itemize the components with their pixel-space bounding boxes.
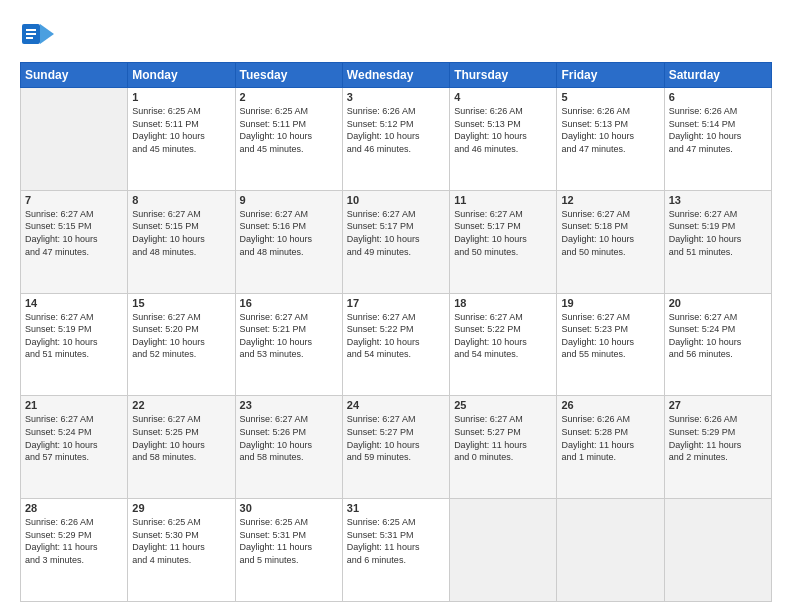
day-info: Sunrise: 6:27 AM Sunset: 5:19 PM Dayligh… (25, 311, 123, 361)
day-number: 5 (561, 91, 659, 103)
day-info: Sunrise: 6:25 AM Sunset: 5:30 PM Dayligh… (132, 516, 230, 566)
day-info: Sunrise: 6:27 AM Sunset: 5:17 PM Dayligh… (454, 208, 552, 258)
day-info: Sunrise: 6:27 AM Sunset: 5:18 PM Dayligh… (561, 208, 659, 258)
calendar-day-cell: 21Sunrise: 6:27 AM Sunset: 5:24 PM Dayli… (21, 396, 128, 499)
day-info: Sunrise: 6:25 AM Sunset: 5:31 PM Dayligh… (240, 516, 338, 566)
day-number: 15 (132, 297, 230, 309)
day-info: Sunrise: 6:27 AM Sunset: 5:26 PM Dayligh… (240, 413, 338, 463)
day-info: Sunrise: 6:26 AM Sunset: 5:28 PM Dayligh… (561, 413, 659, 463)
day-info: Sunrise: 6:27 AM Sunset: 5:21 PM Dayligh… (240, 311, 338, 361)
day-number: 6 (669, 91, 767, 103)
day-number: 8 (132, 194, 230, 206)
day-number: 29 (132, 502, 230, 514)
day-number: 2 (240, 91, 338, 103)
calendar-day-header: Friday (557, 63, 664, 88)
calendar-day-cell: 31Sunrise: 6:25 AM Sunset: 5:31 PM Dayli… (342, 499, 449, 602)
day-info: Sunrise: 6:27 AM Sunset: 5:24 PM Dayligh… (25, 413, 123, 463)
svg-rect-3 (26, 33, 36, 35)
day-number: 31 (347, 502, 445, 514)
calendar-day-cell: 26Sunrise: 6:26 AM Sunset: 5:28 PM Dayli… (557, 396, 664, 499)
day-number: 18 (454, 297, 552, 309)
day-number: 25 (454, 399, 552, 411)
day-number: 7 (25, 194, 123, 206)
page: SundayMondayTuesdayWednesdayThursdayFrid… (0, 0, 792, 612)
calendar-day-cell: 10Sunrise: 6:27 AM Sunset: 5:17 PM Dayli… (342, 190, 449, 293)
calendar-day-cell: 9Sunrise: 6:27 AM Sunset: 5:16 PM Daylig… (235, 190, 342, 293)
calendar-day-cell: 7Sunrise: 6:27 AM Sunset: 5:15 PM Daylig… (21, 190, 128, 293)
day-info: Sunrise: 6:25 AM Sunset: 5:11 PM Dayligh… (240, 105, 338, 155)
calendar-week-row: 14Sunrise: 6:27 AM Sunset: 5:19 PM Dayli… (21, 293, 772, 396)
calendar-day-cell: 1Sunrise: 6:25 AM Sunset: 5:11 PM Daylig… (128, 88, 235, 191)
calendar-day-cell: 29Sunrise: 6:25 AM Sunset: 5:30 PM Dayli… (128, 499, 235, 602)
logo-icon (20, 16, 56, 52)
calendar-day-cell: 24Sunrise: 6:27 AM Sunset: 5:27 PM Dayli… (342, 396, 449, 499)
header (20, 16, 772, 52)
calendar-day-header: Wednesday (342, 63, 449, 88)
day-number: 14 (25, 297, 123, 309)
logo (20, 16, 60, 52)
calendar-day-cell: 22Sunrise: 6:27 AM Sunset: 5:25 PM Dayli… (128, 396, 235, 499)
day-number: 21 (25, 399, 123, 411)
calendar-day-cell: 17Sunrise: 6:27 AM Sunset: 5:22 PM Dayli… (342, 293, 449, 396)
calendar-day-cell: 20Sunrise: 6:27 AM Sunset: 5:24 PM Dayli… (664, 293, 771, 396)
calendar-week-row: 28Sunrise: 6:26 AM Sunset: 5:29 PM Dayli… (21, 499, 772, 602)
day-number: 17 (347, 297, 445, 309)
day-info: Sunrise: 6:27 AM Sunset: 5:20 PM Dayligh… (132, 311, 230, 361)
calendar-day-cell: 15Sunrise: 6:27 AM Sunset: 5:20 PM Dayli… (128, 293, 235, 396)
calendar-day-cell: 8Sunrise: 6:27 AM Sunset: 5:15 PM Daylig… (128, 190, 235, 293)
calendar-header-row: SundayMondayTuesdayWednesdayThursdayFrid… (21, 63, 772, 88)
day-number: 9 (240, 194, 338, 206)
day-number: 1 (132, 91, 230, 103)
calendar-day-header: Sunday (21, 63, 128, 88)
calendar-day-cell: 25Sunrise: 6:27 AM Sunset: 5:27 PM Dayli… (450, 396, 557, 499)
calendar-day-cell (557, 499, 664, 602)
day-info: Sunrise: 6:27 AM Sunset: 5:16 PM Dayligh… (240, 208, 338, 258)
calendar-day-header: Saturday (664, 63, 771, 88)
calendar-table: SundayMondayTuesdayWednesdayThursdayFrid… (20, 62, 772, 602)
day-info: Sunrise: 6:26 AM Sunset: 5:29 PM Dayligh… (669, 413, 767, 463)
calendar-day-cell: 14Sunrise: 6:27 AM Sunset: 5:19 PM Dayli… (21, 293, 128, 396)
calendar-day-header: Thursday (450, 63, 557, 88)
day-number: 19 (561, 297, 659, 309)
day-number: 26 (561, 399, 659, 411)
calendar-day-cell: 23Sunrise: 6:27 AM Sunset: 5:26 PM Dayli… (235, 396, 342, 499)
day-number: 3 (347, 91, 445, 103)
calendar-day-header: Tuesday (235, 63, 342, 88)
day-number: 4 (454, 91, 552, 103)
day-number: 13 (669, 194, 767, 206)
day-info: Sunrise: 6:25 AM Sunset: 5:31 PM Dayligh… (347, 516, 445, 566)
calendar-day-cell: 18Sunrise: 6:27 AM Sunset: 5:22 PM Dayli… (450, 293, 557, 396)
day-info: Sunrise: 6:27 AM Sunset: 5:22 PM Dayligh… (454, 311, 552, 361)
day-info: Sunrise: 6:26 AM Sunset: 5:13 PM Dayligh… (561, 105, 659, 155)
calendar-week-row: 7Sunrise: 6:27 AM Sunset: 5:15 PM Daylig… (21, 190, 772, 293)
svg-rect-4 (26, 37, 33, 39)
calendar-week-row: 1Sunrise: 6:25 AM Sunset: 5:11 PM Daylig… (21, 88, 772, 191)
calendar-day-cell: 30Sunrise: 6:25 AM Sunset: 5:31 PM Dayli… (235, 499, 342, 602)
day-info: Sunrise: 6:26 AM Sunset: 5:12 PM Dayligh… (347, 105, 445, 155)
day-info: Sunrise: 6:27 AM Sunset: 5:23 PM Dayligh… (561, 311, 659, 361)
day-info: Sunrise: 6:27 AM Sunset: 5:27 PM Dayligh… (454, 413, 552, 463)
day-number: 22 (132, 399, 230, 411)
day-number: 27 (669, 399, 767, 411)
calendar-day-cell: 2Sunrise: 6:25 AM Sunset: 5:11 PM Daylig… (235, 88, 342, 191)
svg-rect-2 (26, 29, 36, 31)
calendar-day-cell: 16Sunrise: 6:27 AM Sunset: 5:21 PM Dayli… (235, 293, 342, 396)
calendar-day-cell: 28Sunrise: 6:26 AM Sunset: 5:29 PM Dayli… (21, 499, 128, 602)
day-info: Sunrise: 6:27 AM Sunset: 5:19 PM Dayligh… (669, 208, 767, 258)
calendar-day-header: Monday (128, 63, 235, 88)
day-info: Sunrise: 6:25 AM Sunset: 5:11 PM Dayligh… (132, 105, 230, 155)
calendar-day-cell: 3Sunrise: 6:26 AM Sunset: 5:12 PM Daylig… (342, 88, 449, 191)
day-info: Sunrise: 6:27 AM Sunset: 5:15 PM Dayligh… (132, 208, 230, 258)
calendar-day-cell: 12Sunrise: 6:27 AM Sunset: 5:18 PM Dayli… (557, 190, 664, 293)
day-number: 16 (240, 297, 338, 309)
calendar-day-cell: 11Sunrise: 6:27 AM Sunset: 5:17 PM Dayli… (450, 190, 557, 293)
day-number: 28 (25, 502, 123, 514)
day-number: 11 (454, 194, 552, 206)
day-number: 23 (240, 399, 338, 411)
day-number: 30 (240, 502, 338, 514)
day-info: Sunrise: 6:27 AM Sunset: 5:17 PM Dayligh… (347, 208, 445, 258)
calendar-day-cell: 4Sunrise: 6:26 AM Sunset: 5:13 PM Daylig… (450, 88, 557, 191)
calendar-day-cell: 13Sunrise: 6:27 AM Sunset: 5:19 PM Dayli… (664, 190, 771, 293)
calendar-day-cell: 19Sunrise: 6:27 AM Sunset: 5:23 PM Dayli… (557, 293, 664, 396)
day-number: 10 (347, 194, 445, 206)
